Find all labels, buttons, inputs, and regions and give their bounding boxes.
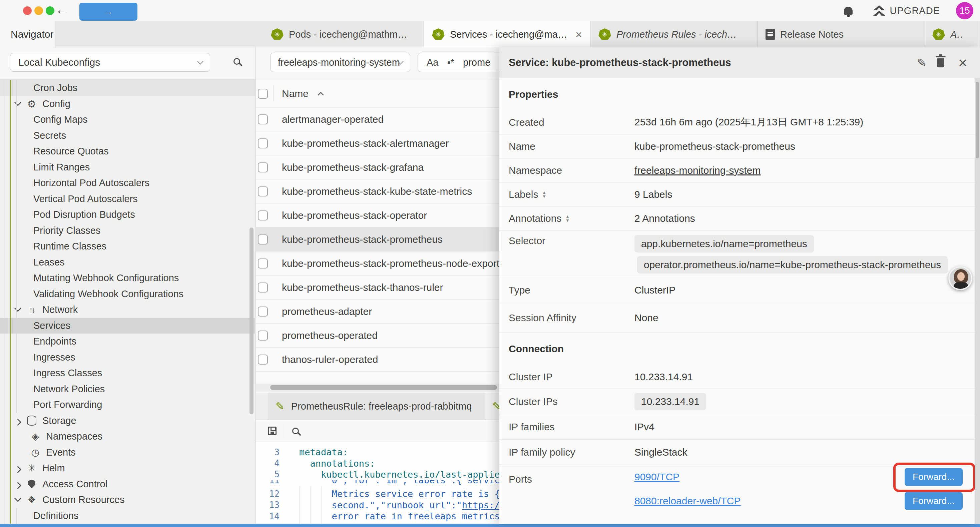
tab-close-icon[interactable]: × [575, 28, 582, 41]
sidebar-item[interactable]: Ingress Classes [0, 365, 255, 381]
sidebar-item-label: Services [33, 320, 70, 331]
content-tab[interactable]: Prometheus Rules - icecheng... [590, 21, 757, 47]
panel-scrollbar-thumb[interactable] [976, 82, 979, 158]
tree-chevron-icon[interactable] [14, 466, 21, 473]
sidebar-item-label: Resource Quotas [33, 146, 109, 157]
content-tab[interactable]: Argo Se [924, 21, 979, 47]
sidebar-item[interactable]: Horizontal Pod Autoscalers [0, 175, 255, 191]
assistant-avatar[interactable] [948, 266, 972, 290]
editor-search-icon[interactable] [292, 428, 299, 434]
sidebar-item[interactable]: Cron Jobs [0, 80, 255, 96]
annotations-value[interactable]: 2 Annotations [635, 213, 695, 224]
tree-chevron-icon[interactable] [14, 99, 21, 106]
content-tab[interactable]: Release Notes [757, 21, 924, 47]
tree-chevron-icon[interactable] [14, 419, 21, 426]
sidebar-item[interactable]: Priority Classes [0, 223, 255, 239]
sidebar-item[interactable]: Config Maps [0, 112, 255, 128]
delete-icon[interactable] [937, 47, 944, 78]
name-column-header[interactable]: Name [282, 80, 323, 107]
upgrade-icon[interactable] [873, 5, 885, 16]
sidebar-item[interactable]: Mutating Webhook Configurations [0, 270, 255, 286]
close-icon[interactable]: × [958, 47, 967, 78]
tree-chevron-icon[interactable] [14, 482, 21, 489]
notification-count-badge[interactable]: 15 [956, 2, 973, 19]
namespace-link[interactable]: freeleaps-monitoring-system [635, 165, 760, 176]
sidebar-item-icon [29, 431, 41, 442]
labels-row: Labels 9 Labels [500, 182, 980, 207]
sidebar-item[interactable]: Runtime Classes [0, 239, 255, 255]
sidebar-item[interactable]: Custom Resources [0, 492, 255, 508]
upgrade-button[interactable]: UPGRADE [890, 5, 940, 16]
detail-panel-header: Service: kube-prometheus-stack-prometheu… [500, 47, 980, 78]
namespace-select[interactable]: freeleaps-monitoring-system [270, 53, 410, 72]
sidebar-item[interactable]: Namespaces [0, 428, 255, 444]
match-case-toggle[interactable]: Aa [426, 57, 438, 68]
sidebar-item[interactable]: Network Policies [0, 381, 255, 397]
sidebar-item[interactable]: Services [0, 318, 255, 334]
notifications-bell-icon[interactable] [844, 7, 853, 15]
tab-label: Release Notes [780, 29, 843, 40]
row-checkbox[interactable] [258, 234, 268, 245]
sidebar-item[interactable]: Limit Ranges [0, 159, 255, 175]
labels-value[interactable]: 9 Labels [635, 189, 672, 200]
sidebar-item[interactable]: Access Control [0, 476, 255, 492]
row-checkbox[interactable] [258, 307, 268, 317]
sidebar-scrollbar[interactable] [250, 228, 253, 414]
save-icon[interactable] [268, 427, 277, 435]
tab-kubernetes-icon [932, 29, 945, 40]
row-checkbox[interactable] [258, 139, 268, 148]
regex-toggle-icon[interactable]: ▪* [447, 57, 454, 68]
sidebar-item[interactable]: Ingresses [0, 350, 255, 366]
tree-chevron-icon[interactable] [14, 305, 21, 312]
back-button[interactable]: ← [56, 3, 68, 17]
horizontal-scrollbar-thumb[interactable] [270, 385, 497, 390]
panel-scrollbar[interactable] [975, 78, 980, 524]
forward-button[interactable]: Forward... [905, 468, 963, 486]
sidebar-item[interactable]: Secrets [0, 128, 255, 144]
sidebar-item[interactable]: Events [0, 444, 255, 461]
sidebar-item[interactable]: Helm [0, 460, 255, 476]
select-all-checkbox[interactable] [258, 89, 268, 99]
expand-collapse-icon[interactable] [566, 215, 569, 223]
port-link[interactable]: 9090/TCP [635, 471, 679, 482]
sidebar-item[interactable]: Config [0, 96, 255, 112]
row-checkbox[interactable] [258, 331, 268, 341]
row-checkbox[interactable] [258, 355, 268, 365]
sidebar-search-icon[interactable] [234, 58, 240, 65]
sidebar-item[interactable]: Port Forwarding [0, 397, 255, 413]
row-checkbox[interactable] [258, 282, 268, 293]
forward-button[interactable]: → [80, 3, 137, 21]
sidebar-item[interactable]: Pod Disruption Budgets [0, 207, 255, 223]
tree-chevron-icon[interactable] [14, 495, 21, 502]
row-checkbox[interactable] [258, 186, 268, 196]
content-tab[interactable]: Services - icecheng@math... × [424, 21, 590, 47]
sidebar-item[interactable]: Resource Quotas [0, 143, 255, 159]
sidebar-item[interactable]: Leases [0, 255, 255, 271]
row-checkbox[interactable] [258, 258, 268, 269]
forward-button[interactable]: Forward... [905, 492, 963, 510]
expand-collapse-icon[interactable] [543, 191, 546, 199]
sidebar-item[interactable]: Storage [0, 413, 255, 429]
edit-icon[interactable] [917, 47, 927, 78]
tab-kubernetes-icon [598, 29, 611, 40]
editor-tab[interactable]: PrometheusRule: freeleaps-prod-rabbitmq [268, 393, 485, 420]
navigator-tab[interactable]: Navigator [0, 21, 55, 47]
kubeconfig-select[interactable]: Local Kubeconfigs [10, 53, 210, 72]
window-minimize-button[interactable] [34, 6, 43, 15]
window-zoom-button[interactable] [46, 6, 54, 15]
service-name: prometheus-operated [282, 323, 378, 347]
content-tab[interactable]: Pods - icecheng@mathmas... [263, 21, 424, 47]
sidebar-item[interactable]: Definitions [0, 508, 255, 524]
sidebar-item-icon [26, 463, 38, 474]
row-checkbox[interactable] [258, 115, 268, 124]
row-checkbox[interactable] [258, 210, 268, 220]
sidebar-item[interactable]: Vertical Pod Autoscalers [0, 191, 255, 207]
port-link[interactable]: 8080:reloader-web/TCP [635, 495, 741, 507]
sidebar-item[interactable]: Validating Webhook Configurations [0, 286, 255, 302]
sidebar-item[interactable]: Network [0, 302, 255, 318]
window-close-button[interactable] [23, 6, 32, 15]
sidebar-item[interactable]: Endpoints [0, 334, 255, 350]
sidebar-item-label: Vertical Pod Autoscalers [33, 193, 138, 204]
row-checkbox[interactable] [258, 162, 268, 172]
sort-ascending-icon [318, 92, 323, 98]
